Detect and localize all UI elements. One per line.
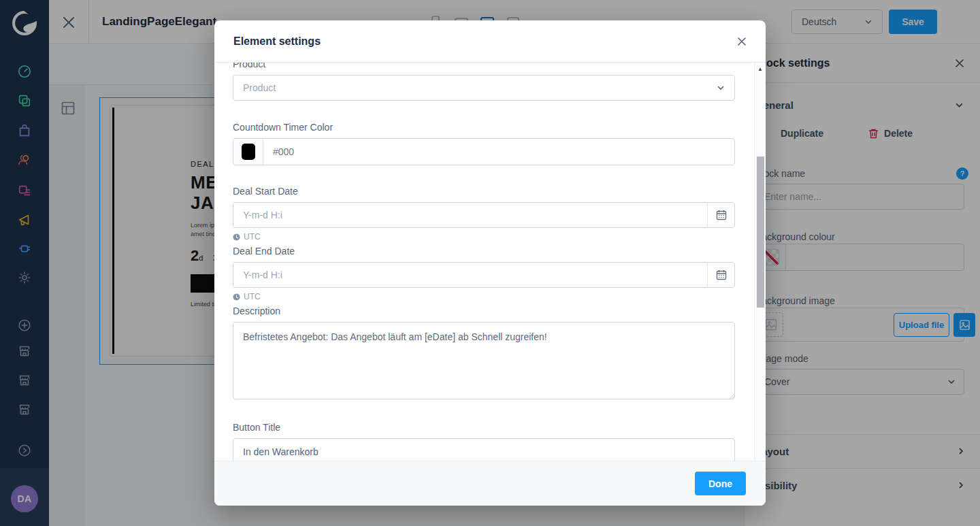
close-modal-icon[interactable] [737,37,747,46]
calendar-addon[interactable] [707,263,734,287]
calendar-addon[interactable] [707,203,734,227]
deal-start-field [233,202,735,228]
element-settings-modal: Element settings Product Product Countdo… [214,20,766,506]
scrollbar-thumb[interactable] [757,157,764,308]
cms-editor-screen: DA LandingPageElegant Deutsch Sav [0,0,980,526]
scroll-up-icon[interactable]: ▲ [755,64,766,73]
description-label: Description [233,306,723,316]
clock-icon [233,293,240,301]
deal-end-field [233,262,735,288]
black-color-swatch [242,144,255,160]
color-swatch-addon[interactable] [233,139,263,165]
countdown-color-input[interactable] [263,139,734,165]
clock-icon [233,233,240,241]
countdown-color-field [233,138,735,165]
deal-start-input[interactable] [233,203,707,227]
utc-hint-text: UTC [244,292,261,301]
button-title-label: Button Title [233,422,723,433]
modal-title: Element settings [233,35,321,48]
deal-end-label: Deal End Date [233,246,723,257]
done-button[interactable]: Done [695,472,746,495]
deal-end-input[interactable] [233,263,707,287]
modal-scroll-area: Product Product Countdown Timer Color De… [214,63,754,481]
deal-start-label: Deal Start Date [233,186,723,197]
deal-start-hint: UTC [233,232,723,242]
product-select-placeholder: Product [243,82,276,93]
modal-scrollbar[interactable]: ▲ ▼ [754,63,766,481]
calendar-icon [716,269,727,280]
chevron-down-icon [717,84,725,92]
modal-footer: Done [214,461,766,506]
description-textarea[interactable]: Befristetes Angebot: Das Angebot läuft a… [233,322,735,399]
countdown-color-label: Countdown Timer Color [233,122,723,133]
product-select[interactable]: Product [233,75,735,101]
deal-end-hint: UTC [233,292,723,301]
product-label: Product [233,63,723,69]
utc-hint-text: UTC [244,232,261,242]
calendar-icon [716,210,727,220]
